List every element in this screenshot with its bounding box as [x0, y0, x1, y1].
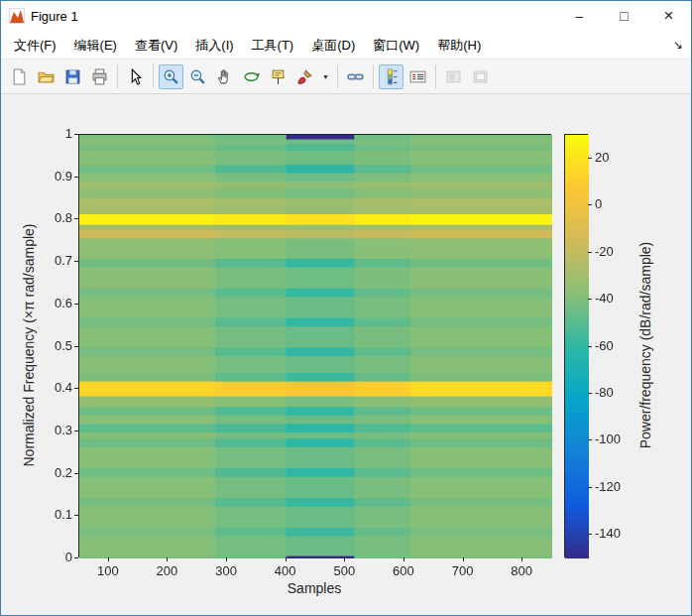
colorbar-tick-label: -80 — [595, 385, 614, 400]
zoom-in-button[interactable] — [159, 64, 183, 89]
new-figure-button[interactable] — [7, 64, 32, 89]
y-tick-mark — [74, 515, 78, 516]
x-tick-label: 200 — [157, 563, 178, 578]
x-tick-mark — [286, 557, 287, 561]
x-tick-label: 300 — [215, 563, 237, 578]
figure-canvas-area: Normalized Frequency (×π rad/sample) Sam… — [1, 94, 691, 615]
zoom-in-icon — [163, 68, 179, 85]
minimize-button[interactable]: – — [557, 1, 602, 31]
save-figure-button[interactable] — [60, 64, 85, 89]
close-button[interactable]: × — [646, 1, 691, 31]
pan-button[interactable] — [212, 64, 237, 89]
hide-plot-tools-button — [441, 64, 466, 89]
x-tick-label: 100 — [97, 563, 119, 578]
toolbar-separator — [373, 64, 374, 88]
dock-figure-button — [468, 64, 493, 89]
spectrogram-heatmap[interactable] — [79, 135, 552, 558]
y-tick-label: 0.4 — [39, 380, 72, 395]
link-plot-button[interactable] — [343, 64, 368, 89]
colorbar-tick-label: -60 — [595, 338, 614, 353]
colorbar-tick-mark — [588, 252, 592, 253]
x-tick-mark — [521, 557, 522, 561]
x-tick-mark — [167, 557, 168, 561]
y-tick-label: 0.2 — [39, 465, 72, 480]
figure-window-icon — [9, 8, 25, 24]
colorbar-tick-mark — [588, 346, 592, 347]
menu-item-0[interactable]: 文件(F) — [5, 31, 65, 60]
x-tick-label: 800 — [511, 563, 532, 578]
colorbar-tick-mark — [588, 487, 592, 488]
colorbar-tick-mark — [588, 204, 592, 205]
brush-dropdown-arrow[interactable]: ▼ — [319, 64, 332, 89]
menu-item-1[interactable]: 编辑(E) — [65, 31, 126, 60]
colorbar-tick-mark — [588, 299, 592, 300]
y-axis-label: Normalized Frequency (×π rad/sample) — [21, 223, 37, 466]
x-tick-label: 400 — [275, 563, 296, 578]
colorbar-tick-label: 20 — [595, 150, 609, 165]
print-figure-button[interactable] — [87, 64, 112, 89]
y-tick-label: 0.8 — [39, 210, 72, 225]
x-tick-label: 600 — [393, 563, 414, 578]
x-axis-label: Samples — [288, 580, 341, 596]
y-tick-label: 0.5 — [39, 338, 72, 353]
insert-legend-button[interactable] — [405, 64, 430, 89]
open-folder-icon — [38, 68, 55, 85]
y-tick-mark — [74, 431, 78, 431]
data-cursor-button[interactable] — [266, 64, 290, 89]
y-tick-label: 0.3 — [39, 423, 72, 437]
brush-icon — [296, 68, 313, 85]
menu-overflow-arrow[interactable]: ↘ — [673, 31, 683, 60]
y-tick-label: 0.9 — [39, 169, 72, 184]
y-tick-mark — [74, 304, 78, 305]
colorbar-tick-mark — [588, 158, 592, 159]
rotate-3d-icon — [243, 68, 260, 85]
y-tick-mark — [74, 218, 78, 219]
y-tick-mark — [74, 557, 78, 558]
plot-axes[interactable] — [78, 134, 551, 557]
figure-window: Figure 1 – □ × 文件(F)编辑(E)查看(V)插入(I)工具(T)… — [0, 0, 692, 616]
colorbar-label: Power/frequency (dB/rad/sample) — [637, 242, 653, 449]
y-tick-label: 0 — [39, 550, 72, 564]
menu-item-4[interactable]: 工具(T) — [243, 31, 303, 60]
x-tick-mark — [344, 557, 345, 561]
data-cursor-icon — [270, 68, 287, 85]
y-tick-mark — [74, 177, 78, 178]
colorbar — [564, 134, 588, 557]
toolbar-separator — [117, 64, 118, 88]
pointer-icon — [127, 68, 144, 85]
toolbar: ▼ — [1, 60, 691, 94]
window-title: Figure 1 — [31, 9, 557, 24]
menu-item-5[interactable]: 桌面(D) — [302, 31, 364, 60]
colorbar-tick-mark — [588, 534, 592, 535]
insert-colorbar-button[interactable] — [379, 64, 404, 89]
zoom-out-button[interactable] — [185, 64, 210, 89]
colorbar-gradient — [565, 135, 589, 558]
colorbar-tick-mark — [588, 439, 592, 440]
colorbar-tick-label: -20 — [595, 244, 614, 259]
y-tick-label: 1 — [39, 126, 72, 141]
toolbar-separator — [337, 64, 338, 88]
open-file-button[interactable] — [34, 64, 58, 89]
y-tick-mark — [74, 134, 78, 135]
maximize-button[interactable]: □ — [602, 1, 646, 31]
new-document-icon — [11, 68, 28, 85]
save-icon — [64, 68, 81, 85]
colorbar-tick-mark — [588, 393, 592, 394]
y-tick-mark — [74, 346, 78, 347]
x-tick-mark — [108, 557, 109, 561]
y-tick-mark — [74, 388, 78, 389]
hide-plot-tools-icon — [445, 68, 462, 85]
colorbar-tick-label: -100 — [595, 431, 621, 446]
edit-plot-button[interactable] — [123, 64, 148, 89]
menu-item-6[interactable]: 窗口(W) — [364, 31, 428, 60]
x-tick-mark — [226, 557, 227, 561]
dock-figure-icon — [472, 68, 489, 85]
menu-item-7[interactable]: 帮助(H) — [428, 31, 490, 60]
colorbar-icon — [383, 68, 400, 85]
brush-button[interactable] — [292, 64, 317, 89]
colorbar-tick-label: 0 — [595, 196, 602, 211]
menu-item-3[interactable]: 插入(I) — [186, 31, 242, 60]
rotate-3d-button[interactable] — [239, 64, 264, 89]
title-bar: Figure 1 – □ × — [1, 1, 691, 31]
menu-item-2[interactable]: 查看(V) — [126, 31, 186, 60]
